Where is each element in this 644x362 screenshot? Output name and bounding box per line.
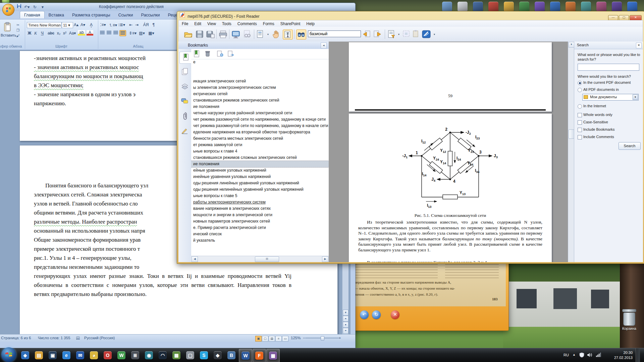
menu-tools[interactable]: Tools xyxy=(219,20,234,27)
bookmark-item[interactable]: бенности расчета местных электрических с… xyxy=(191,135,329,142)
bookmark-item[interactable]: инейные уравнения узловых напряжений xyxy=(191,174,329,180)
save-icon[interactable] xyxy=(16,4,22,10)
bookmark-item[interactable]: ы элементов электроэнергетических систем xyxy=(191,84,329,91)
office-button[interactable] xyxy=(2,4,14,16)
numbering-icon[interactable]: ⒈≡▾ xyxy=(109,22,116,28)
filter-document-icon[interactable]: ▾ xyxy=(387,29,399,39)
radio-icon[interactable] xyxy=(578,81,582,85)
taskbar-app-skype[interactable]: S xyxy=(198,349,210,362)
vscroll-down-icon[interactable]: ▼ xyxy=(569,42,574,48)
bookmark-item[interactable]: становившихся режимов электрических сете… xyxy=(191,97,329,104)
search-checkbox-0[interactable]: Whole words only xyxy=(578,113,641,118)
prev-page-icon[interactable]: ⏶ xyxy=(343,316,348,322)
bold-button[interactable]: Ж xyxy=(27,31,32,36)
pdf-pane[interactable]: 59 xyxy=(329,42,568,262)
volume-icon[interactable] xyxy=(587,352,592,358)
bookmark-item[interactable]: е xyxy=(191,59,329,65)
search-previous-icon[interactable] xyxy=(362,29,371,39)
rotate-right-button[interactable]: ↻ xyxy=(372,310,381,319)
checkbox-icon[interactable] xyxy=(578,113,582,117)
search-button[interactable]: Search xyxy=(619,142,641,150)
plugin-icon[interactable]: ▾ xyxy=(422,29,435,39)
format-painter-icon[interactable]: 🖌 xyxy=(15,34,20,38)
tab-attachments[interactable] xyxy=(179,111,190,122)
bookmark-item[interactable]: оды решения линейных уравнений узловых н… xyxy=(191,180,329,186)
menu-help[interactable]: Help xyxy=(303,20,318,27)
select-text-icon[interactable] xyxy=(283,29,293,40)
network-icon[interactable] xyxy=(596,353,601,358)
bookmark-item[interactable]: работы электроэнергетических систем xyxy=(191,199,329,205)
outline-view-icon[interactable]: ≡ xyxy=(275,336,282,342)
font-name-input[interactable]: Times New Roman ▾ xyxy=(27,22,62,28)
bookmark-item[interactable]: ьные вопросы к главе 4 xyxy=(191,148,329,155)
foxit-title-bar[interactable]: nwpi076.pdf (SECURED) - Foxit Reader —▢✕ xyxy=(178,12,643,20)
align-left-icon[interactable] xyxy=(99,31,105,36)
taskbar-app-vk-app[interactable]: В xyxy=(225,349,238,362)
search-checkbox-2[interactable]: Include Bookmarks xyxy=(578,127,641,133)
bookmark-item[interactable]: еделение напряжения на вторичной обмотке… xyxy=(191,129,329,135)
word-title-bar[interactable]: ↶▾ ↻ ▾ Коэффициент полезного действия xyxy=(0,3,355,11)
delete-bookmark-icon[interactable] xyxy=(205,50,211,58)
status-page[interactable]: Страница: 6 из 6 xyxy=(1,336,31,340)
bookmark-item[interactable]: ет режима замкнутой сети xyxy=(191,142,329,148)
checkbox-icon[interactable] xyxy=(578,128,582,132)
rotate-left-button[interactable]: ↶ xyxy=(360,310,369,319)
taskbar-app-image-viewer[interactable]: ▩ xyxy=(266,349,280,362)
bookmark-item[interactable]: новных параметров электрических сетей xyxy=(191,218,329,225)
bookmark-item[interactable] xyxy=(191,65,329,72)
search-radio-1[interactable]: All PDF documents in xyxy=(578,87,641,93)
bookmark-item[interactable]: ический список xyxy=(191,231,329,237)
taskbar-app-foxit-reader[interactable]: F xyxy=(253,349,266,362)
bookmark-item[interactable]: ие положения xyxy=(191,161,329,167)
menu-view[interactable]: View xyxy=(204,20,219,27)
bookmark-item[interactable]: й указатель xyxy=(191,237,329,244)
fullscreen-icon[interactable] xyxy=(231,29,240,39)
taskbar-app-utility-app[interactable]: ≣ xyxy=(129,349,142,362)
clipboard-tool-icon[interactable] xyxy=(412,29,421,39)
indent-icon[interactable]: ⇥ xyxy=(134,22,140,27)
paste-button[interactable]: Вставить xyxy=(1,22,14,41)
taskbar-app-minecraft[interactable]: ▦ xyxy=(170,349,183,362)
tab-Главная[interactable]: Главная xyxy=(20,11,45,18)
bullets-icon[interactable]: ⁚≡▾ xyxy=(99,22,107,27)
browse-object-icon[interactable]: ● xyxy=(343,322,348,328)
align-center-icon[interactable] xyxy=(106,31,112,36)
borders-icon[interactable]: ▦▾ xyxy=(148,31,155,36)
language-indicator[interactable]: RU xyxy=(564,353,569,357)
page-display-icon[interactable]: ▾ xyxy=(256,29,269,39)
superscript-button[interactable]: x² xyxy=(62,31,68,36)
checkbox-icon[interactable] xyxy=(578,135,582,139)
bookmark-item[interactable]: мощности и энергии в электрической сети xyxy=(191,212,329,218)
taskbar-app-opera-browser[interactable]: O xyxy=(101,349,114,362)
taskbar-app-chrome-browser[interactable]: ◕ xyxy=(88,349,100,362)
radio-icon[interactable] xyxy=(578,104,582,109)
export-bookmark-icon[interactable] xyxy=(227,50,234,58)
menu-comments[interactable]: Comments xyxy=(234,20,260,27)
status-words[interactable]: Число слов: 1 355 xyxy=(38,336,70,340)
status-language[interactable]: Русский (Россия) xyxy=(84,336,115,340)
snapshot-icon[interactable] xyxy=(402,29,412,39)
menu-file[interactable]: File xyxy=(179,20,191,27)
tab-layers[interactable] xyxy=(179,81,190,93)
redo-icon[interactable]: ↻ xyxy=(32,4,38,10)
search-input[interactable] xyxy=(308,31,361,37)
search-checkbox-3[interactable]: Include Comments xyxy=(578,135,641,140)
fullscreen-view-icon[interactable]: ▢ xyxy=(262,336,268,342)
radio-icon[interactable] xyxy=(578,88,582,92)
proofing-icon[interactable]: 🕮 xyxy=(76,336,80,340)
taskbar-app-steam[interactable]: ◠ xyxy=(156,349,169,362)
hscroll-left-icon[interactable]: ◀ xyxy=(192,256,198,262)
bookmark-item[interactable]: е. Пример расчета электрической сети xyxy=(191,225,329,231)
checkbox-icon[interactable] xyxy=(578,120,582,125)
save-icon[interactable] xyxy=(195,29,204,39)
underline-button[interactable]: Ч xyxy=(39,31,46,36)
hscroll-right-icon[interactable]: ▶ xyxy=(322,256,328,262)
tab-Ссылки[interactable]: Ссылки xyxy=(114,11,137,18)
search-location-combo[interactable]: Мои документы ▾ xyxy=(582,94,639,101)
search-checkbox-1[interactable]: Case-Sensitive xyxy=(578,120,641,125)
scroll-down-icon[interactable]: ▼ xyxy=(343,310,348,316)
collapse-panel-icon[interactable]: ◂ xyxy=(321,43,327,49)
highlight-button[interactable]: ab xyxy=(78,30,85,36)
shading-icon[interactable]: ▨▾ xyxy=(138,31,146,36)
bookmark-item[interactable]: ьные вопросы к главе 5 xyxy=(191,193,329,199)
